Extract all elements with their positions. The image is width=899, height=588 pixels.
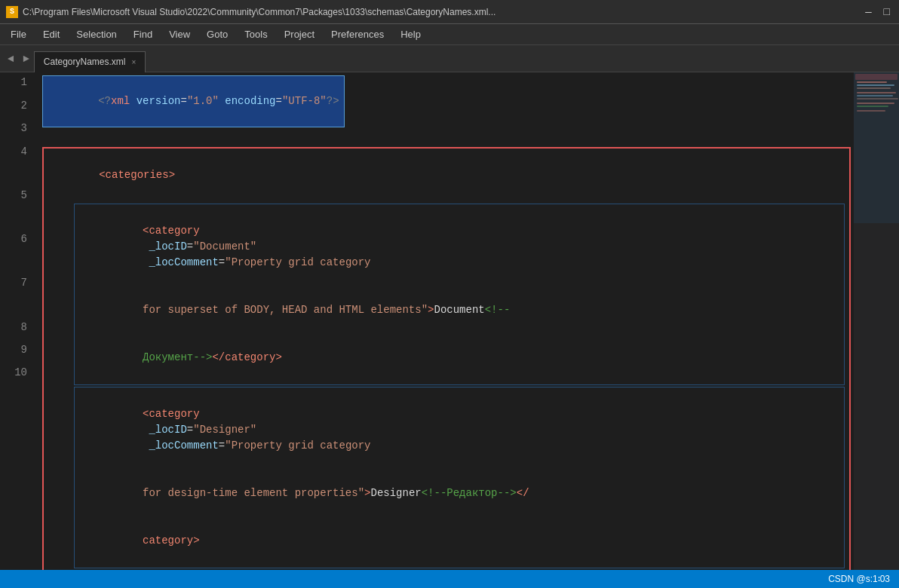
line-num-1: 1 xyxy=(0,72,36,90)
menu-view[interactable]: View xyxy=(161,27,198,41)
editor-area: 1 2 3 4 5 6 7 8 9 10 <?xml version="1.0"… xyxy=(0,72,899,570)
menu-selection[interactable]: Selection xyxy=(69,27,124,41)
menu-find[interactable]: Find xyxy=(126,27,160,41)
menu-help[interactable]: Help xyxy=(393,27,428,41)
line-num-2: 2 xyxy=(0,90,36,113)
tab-close-button[interactable]: × xyxy=(132,58,137,66)
line-numbers: 1 2 3 4 5 6 7 8 9 10 xyxy=(0,72,36,570)
status-bar-right: CSDN @s:1∶03 xyxy=(828,574,890,584)
title-bar-text: C:\Program Files\Microsoft Visual Studio… xyxy=(23,7,496,17)
tab-bar: ◄ ► CategoryNames.xml × xyxy=(0,45,899,72)
menu-file[interactable]: File xyxy=(3,27,34,41)
svg-rect-10 xyxy=(854,72,899,223)
maximize-button[interactable]: □ xyxy=(881,6,893,18)
app-icon: S xyxy=(6,6,18,18)
minimize-button[interactable]: — xyxy=(862,6,874,18)
menu-project[interactable]: Project xyxy=(277,27,322,41)
menu-goto[interactable]: Goto xyxy=(199,27,235,41)
code-line-1: <?xml version="1.0" encoding="UTF-8"?> xyxy=(42,72,854,130)
title-bar-left: S C:\Program Files\Microsoft Visual Stud… xyxy=(6,6,496,18)
menu-tools[interactable]: Tools xyxy=(237,27,275,41)
code-content[interactable]: <?xml version="1.0" encoding="UTF-8"?> <… xyxy=(36,72,854,570)
title-bar: S C:\Program Files\Microsoft Visual Stud… xyxy=(0,0,899,24)
code-line-3: <categories> xyxy=(44,149,849,202)
tab-label: CategoryNames.xml xyxy=(44,57,126,67)
line-num-8: 8 xyxy=(0,291,36,335)
line-num-5: 5 xyxy=(0,159,36,203)
line-num-3: 3 xyxy=(0,113,36,136)
code-block-4: <category _locID="Document" _locComment=… xyxy=(74,204,845,385)
menu-bar: File Edit Selection Find View Goto Tools… xyxy=(0,24,899,45)
active-tab[interactable]: CategoryNames.xml × xyxy=(34,51,146,72)
tab-nav-right[interactable]: ► xyxy=(18,53,33,65)
menu-preferences[interactable]: Preferences xyxy=(324,27,391,41)
code-line-2 xyxy=(42,130,854,147)
line-num-6: 6 xyxy=(0,203,36,247)
line-num-9: 9 xyxy=(0,335,36,357)
code-block-5: <category _locID="Designer" _locComment=… xyxy=(74,387,845,568)
minimap-visualization xyxy=(854,72,899,570)
title-bar-controls[interactable]: — □ xyxy=(862,6,893,18)
menu-edit[interactable]: Edit xyxy=(35,27,67,41)
line-num-7: 7 xyxy=(0,247,36,290)
status-bar: CSDN @s:1∶03 xyxy=(0,570,899,588)
line-num-10: 10 xyxy=(0,357,36,380)
line-num-4: 4 xyxy=(0,136,36,159)
tab-nav-left[interactable]: ◄ xyxy=(3,53,18,65)
minimap xyxy=(854,72,899,570)
